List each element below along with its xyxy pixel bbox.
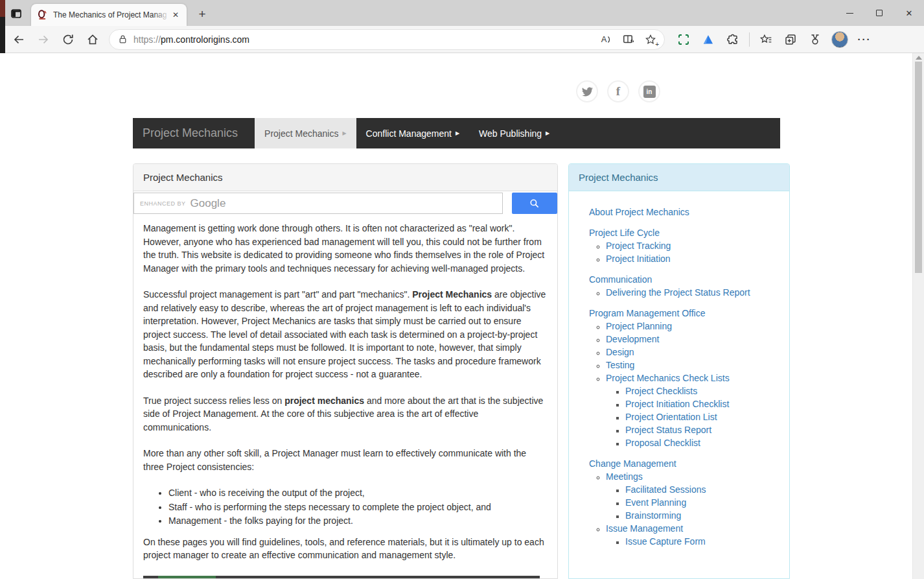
sidebar-link[interactable]: Meetings xyxy=(606,471,643,482)
sidebar-link[interactable]: Project Checklists xyxy=(625,386,697,396)
address-bar[interactable]: https://pm.controlorigins.com A + xyxy=(109,29,665,50)
sidebar-list-item: Project Tracking xyxy=(606,239,780,252)
page-scrollbar[interactable] xyxy=(912,53,924,579)
sidebar-link[interactable]: Project Tracking xyxy=(606,241,671,251)
twitter-icon[interactable] xyxy=(576,80,598,102)
search-button[interactable] xyxy=(512,193,557,214)
sidebar-link[interactable]: Project Initiation Checklist xyxy=(625,399,729,409)
extensions-puzzle-icon[interactable] xyxy=(721,29,745,51)
search-input[interactable] xyxy=(133,193,503,214)
minimize-icon xyxy=(846,13,853,14)
minimize-button[interactable] xyxy=(835,0,864,26)
sidebar-list-item: Project Orientation List xyxy=(625,410,780,423)
sidebar-list-item: Development xyxy=(606,333,780,346)
nav-brand[interactable]: Project Mechanics xyxy=(133,118,255,148)
sidebar-link[interactable]: Issue Capture Form xyxy=(625,536,706,547)
sidebar-link[interactable]: Project Orientation List xyxy=(625,412,717,422)
sidebar-list-item: Facilitated Sessions xyxy=(625,483,780,496)
sidebar-link[interactable]: Program Management Office xyxy=(589,308,706,318)
chevron-right-icon: ▶ xyxy=(456,130,459,136)
bullet-list: Client - who is receiving the output of … xyxy=(143,486,548,528)
sidebar-link[interactable]: Change Management xyxy=(589,458,676,469)
nav-item[interactable]: Project Mechanics▶ xyxy=(255,118,356,148)
sidebar-title: Project Mechanics xyxy=(569,164,789,191)
sidebar-list-item: Proposal Checklist xyxy=(625,436,780,449)
back-button[interactable] xyxy=(6,29,31,51)
sidebar-link[interactable]: Project Planning xyxy=(606,321,672,331)
sidebar-list-item: Testing xyxy=(606,359,780,372)
nav-item-label: Conflict Management xyxy=(366,128,452,139)
refresh-button[interactable] xyxy=(56,29,80,51)
sidebar-list-item: Program Management OfficeProject Plannin… xyxy=(589,307,780,449)
sidebar-link[interactable]: Proposal Checklist xyxy=(625,438,700,448)
settings-more-icon[interactable]: ··· xyxy=(852,29,877,51)
nav-item-label: Web Publishing xyxy=(479,128,542,139)
extension-triangle-icon[interactable] xyxy=(696,29,721,51)
sidebar-list-item: Project Checklists xyxy=(625,384,780,397)
sidebar-link[interactable]: Project Status Report xyxy=(625,425,711,435)
nav-item[interactable]: Conflict Management▶ xyxy=(356,118,469,148)
sidebar-list-item: Project Mechanics Check ListsProject Che… xyxy=(606,372,780,449)
tab-title: The Mechanics of Project Manag xyxy=(53,10,170,19)
linkedin-icon[interactable]: in xyxy=(638,80,660,102)
browser-window: The Mechanics of Project Manag ✕ + ✕ xyxy=(0,0,924,579)
browser-essentials-icon[interactable] xyxy=(803,29,827,51)
sidebar-list-item: Issue Capture Form xyxy=(625,535,780,548)
sidebar-link[interactable]: Event Planning xyxy=(625,497,686,508)
background-window-edge xyxy=(0,0,5,53)
sidebar-link[interactable]: Delivering the Project Status Report xyxy=(606,287,750,298)
maximize-button[interactable] xyxy=(864,0,894,26)
bullet-item: Staff - who is performing the steps nece… xyxy=(168,501,548,514)
sidebar-list-item: Project Life CycleProject TrackingProjec… xyxy=(589,226,780,265)
sidebar-link[interactable]: Brainstorming xyxy=(625,510,681,521)
sidebar-link[interactable]: Project Initiation xyxy=(606,254,671,264)
sidebar-link[interactable]: Communication xyxy=(589,274,652,285)
profile-avatar[interactable] xyxy=(831,31,848,48)
paragraph: Successful project management is part "a… xyxy=(143,288,548,381)
sidebar-link[interactable]: About Project Mechanics xyxy=(589,207,689,217)
read-aloud-icon[interactable]: A xyxy=(595,30,618,49)
sidebar-link[interactable]: Design xyxy=(606,347,634,357)
plus-badge-icon: + xyxy=(655,41,659,47)
immersive-reader-icon[interactable] xyxy=(618,30,640,49)
sidebar-panel: Project Mechanics About Project Mechanic… xyxy=(568,163,790,579)
favorites-bar-icon[interactable] xyxy=(754,29,778,51)
sidebar-link[interactable]: Issue Management xyxy=(606,523,683,534)
web-capture-icon[interactable] xyxy=(671,29,696,51)
title-bar: The Mechanics of Project Manag ✕ + ✕ xyxy=(0,0,924,26)
article-panel: Project Mechanics ENHANCED BY Google Man… xyxy=(133,163,558,579)
scrollbar-up-arrow-icon[interactable] xyxy=(916,56,922,60)
sidebar-list-item: Event Planning xyxy=(625,496,780,509)
sidebar-list-item: About Project Mechanics xyxy=(589,206,780,219)
nav-item[interactable]: Web Publishing▶ xyxy=(469,118,559,148)
sidebar-link[interactable]: Testing xyxy=(606,360,634,370)
paragraph: More than any other soft skill, a Projec… xyxy=(143,447,548,473)
facebook-icon[interactable]: f xyxy=(607,80,629,102)
toolbar-divider xyxy=(749,32,750,47)
url-scheme: https:// xyxy=(133,34,161,45)
tab-close-icon[interactable]: ✕ xyxy=(170,9,181,21)
sidebar-link[interactable]: Development xyxy=(606,334,660,344)
lock-icon[interactable] xyxy=(117,34,128,45)
forward-button[interactable] xyxy=(31,29,56,51)
scrollbar-thumb[interactable] xyxy=(915,62,922,273)
tab-actions-icon[interactable] xyxy=(9,6,23,21)
tab-title-fade xyxy=(153,10,170,19)
chevron-right-icon: ▶ xyxy=(546,130,549,136)
sidebar-list-item: Project Status Report xyxy=(625,423,780,436)
maximize-icon xyxy=(876,10,883,16)
sidebar-link[interactable]: Facilitated Sessions xyxy=(625,484,706,495)
sidebar-link[interactable]: Project Life Cycle xyxy=(589,228,660,238)
browser-tab[interactable]: The Mechanics of Project Manag ✕ xyxy=(31,4,187,26)
bullet-item: Client - who is receiving the output of … xyxy=(168,486,548,500)
home-button[interactable] xyxy=(80,29,105,51)
add-favorite-star-icon[interactable]: + xyxy=(640,30,662,49)
sidebar-nav: About Project MechanicsProject Life Cycl… xyxy=(569,191,789,562)
bullet-item: Management - the folks paying for the pr… xyxy=(168,514,548,528)
close-button[interactable]: ✕ xyxy=(894,0,924,26)
collections-icon[interactable] xyxy=(778,29,803,51)
browser-toolbar: https://pm.controlorigins.com A + xyxy=(0,26,924,53)
sidebar-link[interactable]: Project Mechanics Check Lists xyxy=(606,373,730,383)
new-tab-button[interactable]: + xyxy=(193,6,211,23)
page-content: f in Project MechanicsProject Mechanics▶… xyxy=(0,53,924,579)
